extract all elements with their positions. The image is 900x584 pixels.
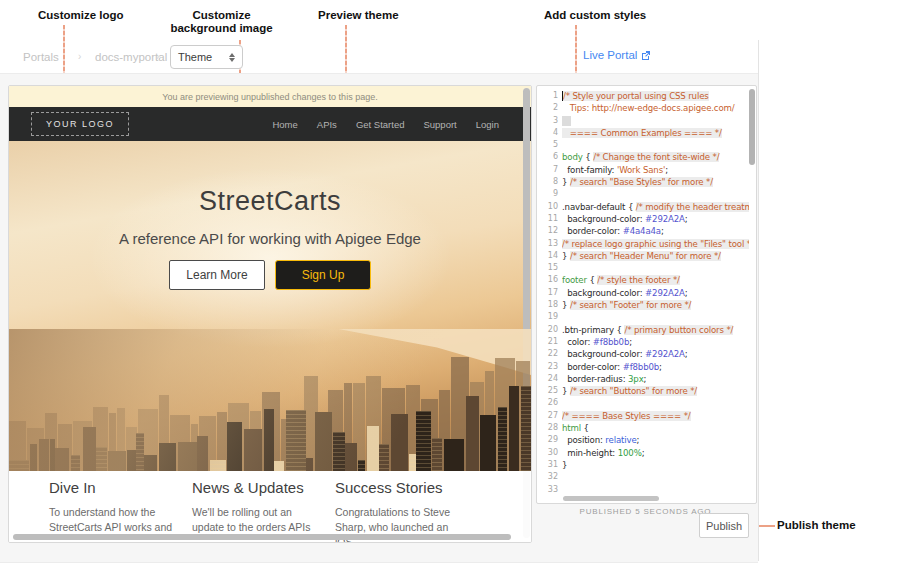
code-line: 26 [537,397,749,409]
code-line: 17 background-color: #292A2A; [537,287,749,299]
line-number: 16 [537,274,562,286]
line-number: 29 [537,434,562,446]
annotation-publish-theme: Publish theme [777,519,856,532]
code-line: 21 color: #f8bb0b; [537,336,749,348]
code-line: 30 min-height: 100%; [537,447,749,459]
code-line: 22 background-color: #292A2A; [537,348,749,360]
code-line: 7 font-family: 'Work Sans'; [537,164,749,176]
code-line: 33 [537,484,749,496]
code-line: 20.btn-primary { /* primary button color… [537,324,749,336]
code-line: 5 [537,139,749,151]
preview-nav-links: HomeAPIsGet StartedSupportLogin [272,119,499,130]
code-line: 8} /* search "Base Styles" for more */ [537,176,749,188]
preview-banner: You are previewing unpublished changes t… [9,86,531,107]
line-number: 25 [537,385,562,397]
line-number: 2 [537,102,562,114]
code-line: 28html { [537,422,749,434]
code-line: 19 [537,311,749,323]
hero-subtitle: A reference API for working with Apigee … [9,230,531,247]
code-line: 24 border-radius: 3px; [537,373,749,385]
preview-card-text: To understand how the StreetCarts API wo… [49,505,175,535]
hero-section: StreetCarts A reference API for working … [9,141,531,471]
line-number: 4 [537,127,562,139]
line-number: 23 [537,361,562,373]
line-number: 28 [537,422,562,434]
line-number: 3 [537,115,562,127]
line-number: 1 [537,90,562,102]
nav-link-home[interactable]: Home [272,119,297,130]
line-number: 21 [537,336,562,348]
select-updown-icon [229,53,235,62]
editor-horizontal-scrollbar[interactable] [563,496,659,501]
code-line: 14} /* search "Header Menu" for more */ [537,250,749,262]
portal-preview-pane: You are previewing unpublished changes t… [8,85,532,543]
annotation-customize-background: Customize background image [168,9,275,35]
line-number: 26 [537,397,562,409]
logo-placeholder[interactable]: YOUR LOGO [31,112,129,136]
code-line: 25} /* search "Buttons" for more */ [537,385,749,397]
css-code-editor[interactable]: 1/* Style your portal using CSS rules2 T… [536,85,757,504]
line-number: 31 [537,459,562,471]
line-number: 5 [537,139,562,151]
live-portal-label: Live Portal [583,49,637,61]
code-line: 16footer { /* style the footer */ [537,274,749,286]
code-line: 1/* Style your portal using CSS rules [537,90,749,102]
preview-card-text: We'll be rolling out an update to the or… [192,505,318,535]
line-number: 27 [537,410,562,422]
code-line: 6body { /* Change the font site-wide */ [537,151,749,163]
hero-background-image [9,329,531,471]
breadcrumb-portals[interactable]: Portals [23,51,59,63]
preview-card-title: Success Stories [335,479,461,496]
line-number: 30 [537,447,562,459]
code-line: 32 [537,471,749,483]
sign-up-button[interactable]: Sign Up [275,260,371,290]
nav-link-login[interactable]: Login [476,119,499,130]
line-number: 17 [537,287,562,299]
line-number: 32 [537,471,562,483]
code-line: 10.navbar-default { /* modify the header… [537,201,749,213]
line-number: 6 [537,151,562,163]
nav-link-support[interactable]: Support [423,119,456,130]
preview-navbar: YOUR LOGO HomeAPIsGet StartedSupportLogi… [9,107,531,141]
code-line: 11 background-color: #292A2A; [537,213,749,225]
publish-button[interactable]: Publish [699,513,749,538]
external-link-icon [641,50,651,60]
code-line: 15 [537,262,749,274]
nav-link-get-started[interactable]: Get Started [356,119,405,130]
preview-horizontal-scrollbar[interactable] [13,534,511,540]
preview-card-title: Dive In [49,479,175,496]
nav-link-apis[interactable]: APIs [317,119,337,130]
code-line: 18} /* search "Footer" for more */ [537,299,749,311]
content-right-border [758,40,759,561]
code-line: 2 Tips: http://new-edge-docs.apigee.com/ [537,102,749,114]
code-line: 12 border-color: #4a4a4a; [537,225,749,237]
line-number: 20 [537,324,562,336]
theme-dropdown[interactable]: Theme [170,45,243,69]
editor-vertical-scrollbar[interactable] [749,89,755,165]
code-line: 29 position: relative; [537,434,749,446]
code-line: 23 border-color: #f8bb0b; [537,361,749,373]
code-line: 4 ==== Common Examples ==== */ [537,127,749,139]
code-line: 3 [537,115,749,127]
live-portal-link[interactable]: Live Portal [583,49,651,61]
skyline-haze [9,329,531,471]
code-line: 13/* replace logo graphic using the "Fil… [537,238,749,250]
line-number: 22 [537,348,562,360]
theme-editor-page: Customize logo Customize background imag… [0,0,900,584]
line-number: 14 [537,250,562,262]
line-number: 11 [537,213,562,225]
learn-more-button[interactable]: Learn More [169,260,265,290]
line-number: 18 [537,299,562,311]
line-number: 13 [537,238,562,250]
line-number: 24 [537,373,562,385]
line-number: 12 [537,225,562,237]
line-number: 8 [537,176,562,188]
code-line: 27/* ==== Base Styles ==== */ [537,410,749,422]
code-line: 31} [537,459,749,471]
preview-card-title: News & Updates [192,479,318,496]
line-number: 7 [537,164,562,176]
annotation-add-custom-styles: Add custom styles [544,9,646,22]
line-number: 10 [537,201,562,213]
theme-dropdown-value: Theme [178,51,212,63]
line-number: 33 [537,484,562,496]
